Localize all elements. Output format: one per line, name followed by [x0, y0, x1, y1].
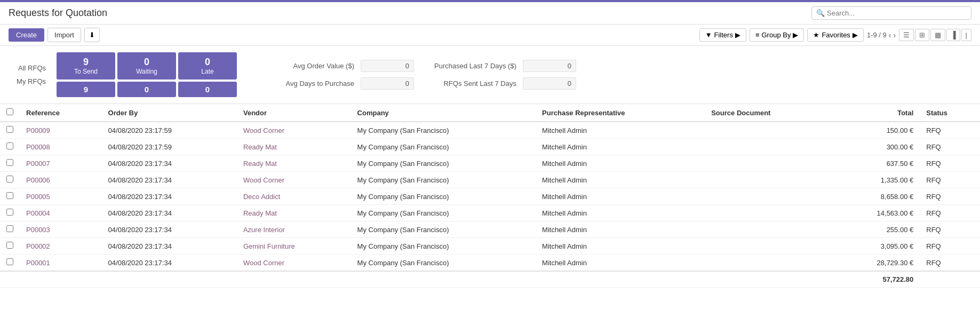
- table-row[interactable]: P00003 04/08/2020 23:17:34 Azure Interio…: [0, 221, 980, 238]
- cell-reference[interactable]: P00005: [20, 188, 102, 205]
- groupby-button[interactable]: ≡ Group By ▶: [750, 28, 804, 42]
- cell-vendor[interactable]: Ready Mat: [237, 139, 351, 155]
- cell-reference[interactable]: P00002: [20, 238, 102, 255]
- row-checkbox[interactable]: [6, 176, 13, 183]
- my-waiting-card[interactable]: 0: [117, 82, 176, 97]
- cell-reference[interactable]: P00008: [20, 139, 102, 155]
- row-checkbox[interactable]: [6, 242, 13, 249]
- col-company[interactable]: Company: [351, 104, 536, 122]
- my-late-card[interactable]: 0: [178, 82, 237, 97]
- table-row[interactable]: P00005 04/08/2020 23:17:34 Deco Addict M…: [0, 188, 980, 205]
- rfqs-sent-value: 0: [523, 77, 576, 90]
- row-checkbox-cell[interactable]: [0, 172, 20, 188]
- cell-reference[interactable]: P00006: [20, 172, 102, 188]
- header: Requests for Quotation 🔍: [0, 2, 980, 25]
- stat-cards-row2: 9 0 0: [57, 82, 237, 97]
- chart-view-button[interactable]: ▐: [946, 29, 960, 41]
- stats-labels: All RFQs My RFQs: [9, 52, 46, 97]
- cell-rep: Mitchell Admin: [536, 255, 705, 272]
- row-checkbox-cell[interactable]: [0, 188, 20, 205]
- col-order-by[interactable]: Order By: [102, 104, 237, 122]
- row-checkbox[interactable]: [6, 192, 13, 199]
- table-row[interactable]: P00001 04/08/2020 23:17:34 Wood Corner M…: [0, 255, 980, 272]
- cell-vendor[interactable]: Ready Mat: [237, 205, 351, 221]
- row-checkbox-cell[interactable]: [0, 122, 20, 139]
- row-checkbox[interactable]: [6, 209, 13, 216]
- cell-order-by: 04/08/2020 23:17:34: [102, 188, 237, 205]
- row-checkbox-cell[interactable]: [0, 221, 20, 238]
- row-checkbox[interactable]: [6, 225, 13, 232]
- table-row[interactable]: P00006 04/08/2020 23:17:34 Wood Corner M…: [0, 172, 980, 188]
- col-total[interactable]: Total: [832, 104, 920, 122]
- filters-label: Filters: [714, 31, 733, 39]
- cell-reference[interactable]: P00003: [20, 221, 102, 238]
- extra-view-button[interactable]: |: [961, 29, 971, 41]
- row-checkbox-cell[interactable]: [0, 155, 20, 172]
- pager-next-button[interactable]: ›: [893, 31, 896, 39]
- grid-view-button[interactable]: ▦: [930, 29, 945, 41]
- cell-order-by: 04/08/2020 23:17:59: [102, 139, 237, 155]
- cell-vendor[interactable]: Wood Corner: [237, 255, 351, 272]
- col-status[interactable]: Status: [920, 104, 980, 122]
- cell-rep: Mitchell Admin: [536, 172, 705, 188]
- table-row[interactable]: P00008 04/08/2020 23:17:59 Ready Mat My …: [0, 139, 980, 155]
- row-checkbox-cell[interactable]: [0, 238, 20, 255]
- cell-status: RFQ: [920, 139, 980, 155]
- table-row[interactable]: P00002 04/08/2020 23:17:34 Gemini Furnit…: [0, 238, 980, 255]
- import-button[interactable]: Import: [47, 28, 81, 42]
- my-waiting-val: 0: [145, 85, 149, 94]
- waiting-card[interactable]: 0 Waiting: [117, 52, 176, 80]
- cell-vendor[interactable]: Wood Corner: [237, 122, 351, 139]
- cell-order-by: 04/08/2020 23:17:34: [102, 221, 237, 238]
- cell-vendor[interactable]: Azure Interior: [237, 221, 351, 238]
- cell-total: 637.50 €: [832, 155, 920, 172]
- row-checkbox-cell[interactable]: [0, 255, 20, 272]
- kanban-view-button[interactable]: ⊞: [915, 29, 929, 41]
- col-vendor[interactable]: Vendor: [237, 104, 351, 122]
- search-input[interactable]: [827, 9, 967, 17]
- select-all-col[interactable]: [0, 104, 20, 122]
- pager-prev-button[interactable]: ‹: [889, 31, 891, 39]
- stat-cards-row1: 9 To Send 0 Waiting 0 Late: [57, 52, 237, 80]
- cell-company: My Company (San Francisco): [351, 188, 536, 205]
- row-checkbox[interactable]: [6, 126, 13, 133]
- cell-rep: Mitchell Admin: [536, 205, 705, 221]
- cell-vendor[interactable]: Ready Mat: [237, 155, 351, 172]
- cell-company: My Company (San Francisco): [351, 221, 536, 238]
- cell-vendor[interactable]: Gemini Furniture: [237, 238, 351, 255]
- list-view-button[interactable]: ☰: [899, 29, 914, 41]
- purchased-label: Purchased Last 7 Days ($): [431, 62, 516, 70]
- filters-button[interactable]: ▼ Filters ▶: [699, 28, 746, 42]
- cell-reference[interactable]: P00009: [20, 122, 102, 139]
- cell-order-by: 04/08/2020 23:17:34: [102, 205, 237, 221]
- to-send-card[interactable]: 9 To Send: [57, 52, 115, 80]
- cell-reference[interactable]: P00007: [20, 155, 102, 172]
- col-purchase-rep[interactable]: Purchase Representative: [536, 104, 705, 122]
- col-reference[interactable]: Reference: [20, 104, 102, 122]
- cell-vendor[interactable]: Deco Addict: [237, 188, 351, 205]
- groupby-lines-icon: ≡: [755, 31, 760, 39]
- download-button[interactable]: ⬇: [84, 28, 100, 42]
- create-button[interactable]: Create: [9, 28, 44, 42]
- kpi-left-group: Avg Order Value ($) 0 Avg Days to Purcha…: [269, 60, 414, 90]
- row-checkbox[interactable]: [6, 142, 13, 149]
- row-checkbox[interactable]: [6, 258, 13, 265]
- cell-status: RFQ: [920, 221, 980, 238]
- table-row[interactable]: P00009 04/08/2020 23:17:59 Wood Corner M…: [0, 122, 980, 139]
- favorites-button[interactable]: ★ Favorites ▶: [807, 28, 863, 42]
- my-to-send-card[interactable]: 9: [57, 82, 115, 97]
- select-all-checkbox[interactable]: [6, 108, 13, 115]
- cell-order-by: 04/08/2020 23:17:59: [102, 122, 237, 139]
- row-checkbox-cell[interactable]: [0, 139, 20, 155]
- cell-order-by: 04/08/2020 23:17:34: [102, 255, 237, 272]
- cell-total: 300.00 €: [832, 139, 920, 155]
- table-row[interactable]: P00007 04/08/2020 23:17:34 Ready Mat My …: [0, 155, 980, 172]
- late-card[interactable]: 0 Late: [178, 52, 237, 80]
- row-checkbox-cell[interactable]: [0, 205, 20, 221]
- row-checkbox[interactable]: [6, 159, 13, 166]
- table-row[interactable]: P00004 04/08/2020 23:17:34 Ready Mat My …: [0, 205, 980, 221]
- cell-vendor[interactable]: Wood Corner: [237, 172, 351, 188]
- cell-reference[interactable]: P00001: [20, 255, 102, 272]
- col-source-doc[interactable]: Source Document: [705, 104, 832, 122]
- cell-reference[interactable]: P00004: [20, 205, 102, 221]
